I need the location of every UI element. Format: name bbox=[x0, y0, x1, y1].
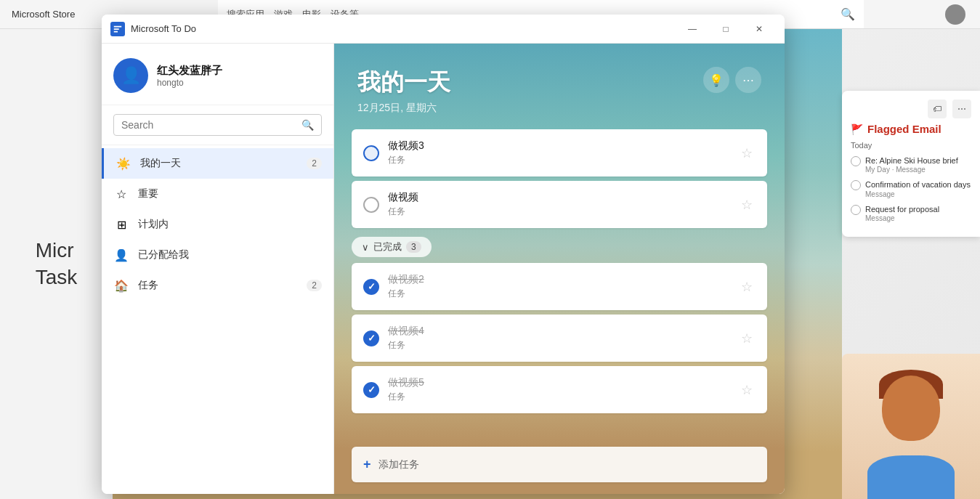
todo-titlebar: Microsoft To Do — □ ✕ bbox=[102, 15, 785, 44]
todo-icon-svg bbox=[113, 24, 123, 34]
sidebar-item-label-my-day: 我的一天 bbox=[140, 157, 298, 170]
completed-chevron: ∨ bbox=[362, 242, 369, 253]
todo-body: 👤 红头发蓝胖子 hongto 🔍 ☀️ bbox=[102, 44, 785, 494]
sidebar-item-tasks[interactable]: 🏠 任务 2 bbox=[102, 270, 333, 301]
completed-info-1: 做视频2 任务 bbox=[388, 273, 729, 300]
sidebar-item-assigned[interactable]: 👤 已分配给我 bbox=[102, 240, 333, 270]
add-task-label: 添加任务 bbox=[378, 458, 419, 471]
completed-count: 3 bbox=[406, 241, 421, 253]
task-star-1[interactable]: ☆ bbox=[738, 145, 756, 162]
email-subtext-1: My Day · Message bbox=[865, 166, 958, 174]
completed-checkbox-3[interactable] bbox=[363, 382, 379, 398]
completed-checkbox-1[interactable] bbox=[363, 279, 379, 295]
completed-subtitle-3: 任务 bbox=[388, 391, 729, 403]
store-content-line1: Micr bbox=[36, 239, 74, 261]
task-checkbox-1[interactable] bbox=[363, 145, 379, 161]
user-name: 红头发蓝胖子 bbox=[157, 64, 322, 78]
store-search-icon: 🔍 bbox=[841, 7, 855, 22]
panel-icon-2[interactable]: ⋯ bbox=[952, 100, 971, 118]
sidebar-item-important[interactable]: ☆ 重要 bbox=[102, 179, 333, 209]
email-check-1[interactable] bbox=[851, 156, 861, 166]
user-info: 红头发蓝胖子 hongto bbox=[157, 64, 322, 88]
completed-star-1[interactable]: ☆ bbox=[738, 278, 756, 296]
completed-label: 已完成 bbox=[373, 240, 402, 253]
todo-app-icon bbox=[110, 22, 125, 36]
email-check-3[interactable] bbox=[851, 205, 861, 215]
store-main-content: Micr Task bbox=[0, 29, 113, 499]
completed-star-3[interactable]: ☆ bbox=[738, 381, 756, 399]
main-date: 12月25日, 星期六 bbox=[357, 102, 450, 115]
sidebar-item-label-assigned: 已分配给我 bbox=[138, 248, 322, 261]
email-text-1: Re: Alpine Ski House brief bbox=[865, 155, 958, 166]
todo-app-name: Microsoft To Do bbox=[131, 23, 676, 34]
avatar-shirt bbox=[867, 455, 955, 499]
task-star-2[interactable]: ☆ bbox=[738, 196, 756, 214]
task-checkbox-2[interactable] bbox=[363, 197, 379, 213]
store-content-text: Micr Task bbox=[21, 223, 92, 305]
task-title-2: 做视频 bbox=[388, 191, 729, 204]
avatar-head bbox=[882, 376, 940, 441]
email-item-3: Request for proposal Message bbox=[851, 204, 971, 222]
task-card-1: 做视频3 任务 ☆ bbox=[352, 129, 767, 177]
sidebar-item-count-my-day: 2 bbox=[307, 158, 322, 169]
completed-toggle-button[interactable]: ∨ 已完成 3 bbox=[352, 237, 432, 257]
minimize-button[interactable]: — bbox=[676, 17, 709, 41]
avatar-illustration bbox=[842, 354, 980, 499]
sidebar-item-count-tasks: 2 bbox=[307, 280, 322, 291]
tasks-container: 做视频3 任务 ☆ 做视频 任务 ☆ bbox=[334, 129, 785, 444]
sidebar-item-label-tasks: 任务 bbox=[138, 279, 298, 292]
email-text-2: Confirmation of vacation days bbox=[865, 179, 971, 190]
nav-list: ☀️ 我的一天 2 ☆ 重要 ⊞ 计划内 👤 已分配给我 bbox=[102, 145, 333, 494]
sidebar-item-planned[interactable]: ⊞ 计划内 bbox=[102, 209, 333, 240]
main-title-block: 我的一天 12月25日, 星期六 bbox=[357, 67, 450, 115]
task-title-1: 做视频3 bbox=[388, 139, 729, 153]
store-title-label: Microsoft Store bbox=[12, 9, 75, 20]
task-card-2: 做视频 任务 ☆ bbox=[352, 181, 767, 228]
completed-checkbox-2[interactable] bbox=[363, 330, 379, 346]
flagged-email-title: Flagged Email bbox=[867, 123, 941, 135]
sidebar-item-my-day[interactable]: ☀️ 我的一天 2 bbox=[102, 148, 333, 179]
my-day-icon: ☀️ bbox=[116, 155, 131, 171]
task-info-2: 做视频 任务 bbox=[388, 191, 729, 218]
search-box[interactable]: 🔍 bbox=[113, 114, 322, 136]
tasks-icon: 🏠 bbox=[113, 277, 129, 293]
task-subtitle-1: 任务 bbox=[388, 154, 729, 166]
flagged-email-today: Today bbox=[851, 141, 971, 150]
email-text-3: Request for proposal bbox=[865, 204, 939, 214]
email-item-2: Confirmation of vacation days Message bbox=[851, 179, 971, 198]
task-subtitle-2: 任务 bbox=[388, 206, 729, 218]
user-section: 👤 红头发蓝胖子 hongto bbox=[102, 44, 333, 105]
close-button[interactable]: ✕ bbox=[742, 17, 776, 41]
important-icon: ☆ bbox=[113, 186, 129, 202]
todo-sidebar: 👤 红头发蓝胖子 hongto 🔍 ☀️ bbox=[102, 44, 334, 494]
completed-task-card-1: 做视频2 任务 ☆ bbox=[352, 263, 767, 310]
add-task-bar[interactable]: + 添加任务 bbox=[352, 447, 767, 482]
search-section: 🔍 bbox=[102, 105, 333, 145]
store-user-area bbox=[864, 0, 980, 29]
flag-icon: 🚩 bbox=[851, 123, 863, 135]
more-button[interactable]: ⋯ bbox=[735, 67, 761, 93]
search-input[interactable] bbox=[121, 119, 296, 131]
task-info-1: 做视频3 任务 bbox=[388, 139, 729, 166]
panel-icon-1[interactable]: 🏷 bbox=[928, 100, 947, 118]
store-content-line2: Task bbox=[36, 266, 78, 288]
avatar: 👤 bbox=[113, 58, 148, 93]
completed-info-2: 做视频4 任务 bbox=[388, 325, 729, 352]
sidebar-item-label-planned: 计划内 bbox=[138, 218, 322, 231]
main-header: 我的一天 12月25日, 星期六 💡 ⋯ bbox=[334, 44, 785, 129]
sidebar-item-label-important: 重要 bbox=[138, 187, 322, 200]
assigned-icon: 👤 bbox=[113, 247, 129, 263]
bulb-button[interactable]: 💡 bbox=[703, 67, 729, 93]
store-user-avatar bbox=[945, 4, 965, 25]
todo-window: Microsoft To Do — □ ✕ 👤 红头发蓝胖子 hongto bbox=[102, 15, 785, 494]
maximize-button[interactable]: □ bbox=[709, 17, 742, 41]
completed-subtitle-2: 任务 bbox=[388, 339, 729, 352]
todo-main-panel: 我的一天 12月25日, 星期六 💡 ⋯ 做视频3 任务 bbox=[334, 44, 785, 494]
email-check-2[interactable] bbox=[851, 180, 861, 190]
completed-title-2: 做视频4 bbox=[388, 325, 729, 338]
planned-icon: ⊞ bbox=[113, 216, 129, 232]
panel-icons-row: 🏷 ⋯ bbox=[851, 100, 971, 118]
completed-star-2[interactable]: ☆ bbox=[738, 330, 756, 347]
user-email: hongto bbox=[157, 78, 322, 88]
search-icon: 🔍 bbox=[301, 119, 314, 131]
